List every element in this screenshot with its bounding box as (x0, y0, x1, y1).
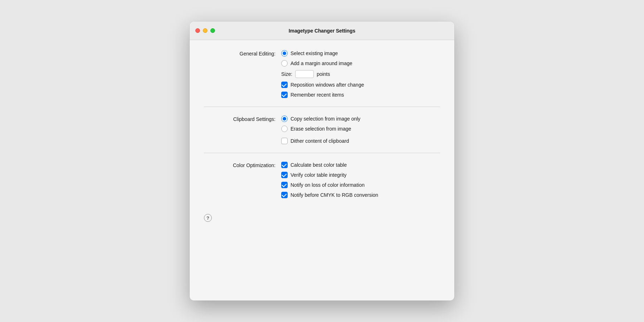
titlebar: Imagetype Changer Settings (190, 21, 454, 40)
radio-copy-selection-row: Copy selection from image only (281, 116, 440, 122)
radio-select-existing-row: Select existing image (281, 50, 440, 57)
divider-1 (204, 107, 440, 107)
size-unit: points (317, 71, 330, 77)
zoom-button[interactable] (210, 28, 215, 33)
clipboard-settings-label: Clipboard Settings: (204, 116, 275, 122)
checkbox-calculate-row: Calculate best color table (281, 162, 440, 168)
checkbox-calculate-label: Calculate best color table (291, 162, 347, 168)
size-row: Size: points (281, 70, 440, 78)
checkbox-verify-row: Verify color table integrity (281, 172, 440, 178)
checkbox-notify-loss[interactable] (281, 182, 288, 188)
main-content: General Editing: Select existing image A… (190, 40, 454, 208)
checkbox-notify-loss-label: Notify on loss of color information (291, 182, 365, 188)
general-editing-label: General Editing: (204, 50, 275, 57)
radio-erase-selection-label: Erase selection from image (291, 126, 351, 132)
radio-copy-selection[interactable] (281, 116, 288, 122)
checkbox-notify-cmyk-row: Notify before CMYK to RGB conversion (281, 192, 440, 198)
radio-erase-selection-row: Erase selection from image (281, 126, 440, 132)
help-button[interactable]: ? (204, 214, 212, 222)
checkbox-notify-cmyk-label: Notify before CMYK to RGB conversion (291, 192, 378, 198)
size-input[interactable] (295, 70, 314, 78)
checkbox-notify-loss-row: Notify on loss of color information (281, 182, 440, 188)
radio-add-margin-label: Add a margin around image (291, 60, 352, 66)
checkbox-reposition-label: Reposition windows after change (291, 82, 364, 88)
checkbox-dither[interactable] (281, 138, 288, 144)
general-editing-controls: Select existing image Add a margin aroun… (281, 50, 440, 98)
checkbox-verify-label: Verify color table integrity (291, 172, 346, 178)
radio-select-existing[interactable] (281, 50, 288, 57)
checkbox-calculate[interactable] (281, 162, 288, 168)
divider-2 (204, 153, 440, 153)
traffic-lights (195, 28, 215, 33)
clipboard-settings-section: Clipboard Settings: Copy selection from … (204, 116, 440, 144)
minimize-button[interactable] (203, 28, 208, 33)
radio-copy-selection-inner (283, 117, 286, 121)
close-button[interactable] (195, 28, 200, 33)
clipboard-settings-controls: Copy selection from image only Erase sel… (281, 116, 440, 144)
color-optimization-label: Color Optimization: (204, 162, 275, 168)
color-optimization-row: Color Optimization: Calculate best color… (204, 162, 440, 198)
radio-select-existing-inner (283, 52, 286, 55)
checkbox-dither-label: Dither content of clipboard (291, 138, 349, 144)
bottom-row: ? (190, 208, 454, 229)
radio-select-existing-label: Select existing image (291, 50, 338, 56)
checkbox-notify-cmyk[interactable] (281, 192, 288, 198)
color-optimization-controls: Calculate best color table Verify color … (281, 162, 440, 198)
radio-copy-selection-label: Copy selection from image only (291, 116, 360, 122)
checkbox-remember-row: Remember recent items (281, 92, 440, 98)
checkbox-reposition[interactable] (281, 82, 288, 88)
checkbox-remember[interactable] (281, 92, 288, 98)
size-label: Size: (281, 71, 292, 77)
checkbox-reposition-row: Reposition windows after change (281, 82, 440, 88)
checkbox-verify[interactable] (281, 172, 288, 178)
general-editing-section: General Editing: Select existing image A… (204, 50, 440, 98)
color-optimization-section: Color Optimization: Calculate best color… (204, 162, 440, 198)
radio-erase-selection[interactable] (281, 126, 288, 132)
radio-add-margin-row: Add a margin around image (281, 60, 440, 67)
radio-add-margin[interactable] (281, 60, 288, 67)
checkbox-dither-row: Dither content of clipboard (281, 138, 440, 144)
checkbox-remember-label: Remember recent items (291, 92, 344, 98)
settings-window: Imagetype Changer Settings General Editi… (190, 21, 454, 301)
window-title: Imagetype Changer Settings (289, 28, 355, 34)
general-editing-row: General Editing: Select existing image A… (204, 50, 440, 98)
clipboard-settings-row: Clipboard Settings: Copy selection from … (204, 116, 440, 144)
